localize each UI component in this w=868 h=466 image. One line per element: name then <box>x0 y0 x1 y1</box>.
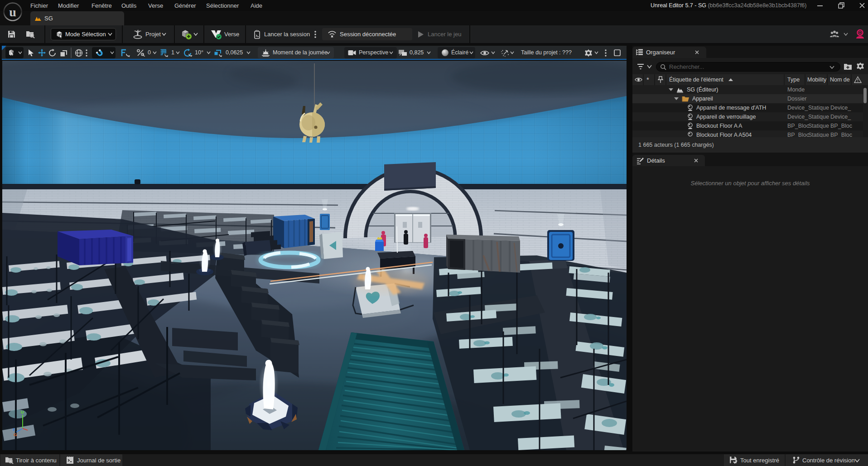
svg-text:U: U <box>21 409 24 414</box>
svg-text:F: F <box>13 427 15 432</box>
svg-text:u: u <box>9 5 16 19</box>
svg-text:G: G <box>14 432 17 437</box>
